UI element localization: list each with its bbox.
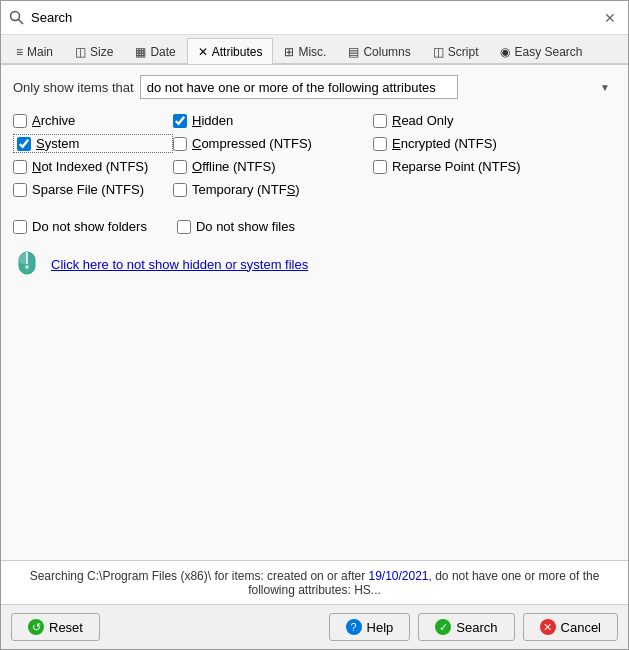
sparse-checkbox[interactable] bbox=[13, 183, 27, 197]
system-checkbox[interactable] bbox=[17, 137, 31, 151]
attributes-checkboxes: Archive Hidden Read Only System Compress… bbox=[13, 111, 616, 199]
checkbox-readonly[interactable]: Read Only bbox=[373, 111, 593, 130]
attributes-panel: Only show items that do not have one or … bbox=[1, 65, 628, 560]
checkbox-compressed[interactable]: Compressed (NTFS) bbox=[173, 134, 373, 153]
checkbox-no-folders[interactable]: Do not show folders bbox=[13, 217, 147, 236]
search-window: Search ✕ ≡ Main ◫ Size ▦ Date ✕ Attribut… bbox=[0, 0, 629, 650]
close-button[interactable]: ✕ bbox=[600, 8, 620, 28]
tab-script-label: Script bbox=[448, 45, 479, 59]
no-files-label: Do not show files bbox=[196, 219, 295, 234]
checkbox-archive[interactable]: Archive bbox=[13, 111, 173, 130]
cancel-button[interactable]: ✕ Cancel bbox=[523, 613, 618, 641]
status-text: Searching C:\Program Files (x86)\ for it… bbox=[11, 569, 618, 597]
checkbox-temporary[interactable]: Temporary (NTFS) bbox=[173, 180, 373, 199]
cancel-icon: ✕ bbox=[540, 619, 556, 635]
tab-main[interactable]: ≡ Main bbox=[5, 38, 64, 64]
tab-easy-search[interactable]: ◉ Easy Search bbox=[489, 38, 593, 64]
no-files-checkbox[interactable] bbox=[177, 220, 191, 234]
readonly-label: Read Only bbox=[392, 113, 453, 128]
sparse-label: Sparse File (NTFS) bbox=[32, 182, 144, 197]
help-button[interactable]: ? Help bbox=[329, 613, 411, 641]
svg-rect-4 bbox=[19, 252, 27, 264]
title-bar: Search ✕ bbox=[1, 1, 628, 35]
encrypted-label: Encrypted (NTFS) bbox=[392, 136, 497, 151]
checkbox-offline[interactable]: Offline (NTFS) bbox=[173, 157, 373, 176]
tab-misc-label: Misc. bbox=[298, 45, 326, 59]
tab-main-label: Main bbox=[27, 45, 53, 59]
checkbox-notindexed[interactable]: Not Indexed (NTFS) bbox=[13, 157, 173, 176]
search-icon bbox=[9, 10, 25, 26]
no-folders-label: Do not show folders bbox=[32, 219, 147, 234]
checkbox-system[interactable]: System bbox=[13, 134, 173, 153]
readonly-checkbox[interactable] bbox=[373, 114, 387, 128]
date-tab-icon: ▦ bbox=[135, 45, 146, 59]
status-bar: Searching C:\Program Files (x86)\ for it… bbox=[1, 560, 628, 604]
checkbox-hidden[interactable]: Hidden bbox=[173, 111, 373, 130]
reparse-label: Reparse Point (NTFS) bbox=[392, 159, 521, 174]
archive-label: Archive bbox=[32, 113, 75, 128]
reset-label: Reset bbox=[49, 620, 83, 635]
svg-line-1 bbox=[19, 19, 24, 24]
window-title: Search bbox=[31, 10, 72, 25]
reset-button[interactable]: ↺ Reset bbox=[11, 613, 100, 641]
system-label: System bbox=[36, 136, 79, 151]
temporary-label: Temporary (NTFS) bbox=[192, 182, 300, 197]
hidden-label: Hidden bbox=[192, 113, 233, 128]
tab-misc[interactable]: ⊞ Misc. bbox=[273, 38, 337, 64]
tab-size-label: Size bbox=[90, 45, 113, 59]
link-row: Click here to not show hidden or system … bbox=[13, 250, 616, 278]
search-btn-icon: ✓ bbox=[435, 619, 451, 635]
status-date: 19/10/2021 bbox=[368, 569, 428, 583]
hidden-checkbox[interactable] bbox=[173, 114, 187, 128]
bottom-bar: ↺ Reset ? Help ✓ Search ✕ Cancel bbox=[1, 604, 628, 649]
compressed-checkbox[interactable] bbox=[173, 137, 187, 151]
temporary-checkbox[interactable] bbox=[173, 183, 187, 197]
tab-columns[interactable]: ▤ Columns bbox=[337, 38, 421, 64]
misc-tab-icon: ⊞ bbox=[284, 45, 294, 59]
svg-point-0 bbox=[11, 11, 20, 20]
compressed-label: Compressed (NTFS) bbox=[192, 136, 312, 151]
tab-date-label: Date bbox=[150, 45, 175, 59]
main-tab-icon: ≡ bbox=[16, 45, 23, 59]
notindexed-checkbox[interactable] bbox=[13, 160, 27, 174]
tab-attributes[interactable]: ✕ Attributes bbox=[187, 38, 274, 64]
tab-date[interactable]: ▦ Date bbox=[124, 38, 186, 64]
archive-checkbox[interactable] bbox=[13, 114, 27, 128]
svg-point-5 bbox=[25, 265, 29, 269]
do-not-show-row: Do not show folders Do not show files bbox=[13, 213, 616, 236]
size-tab-icon: ◫ bbox=[75, 45, 86, 59]
reparse-checkbox[interactable] bbox=[373, 160, 387, 174]
tab-columns-label: Columns bbox=[363, 45, 410, 59]
help-icon: ? bbox=[346, 619, 362, 635]
tab-attributes-label: Attributes bbox=[212, 45, 263, 59]
offline-checkbox[interactable] bbox=[173, 160, 187, 174]
offline-label: Offline (NTFS) bbox=[192, 159, 276, 174]
encrypted-checkbox[interactable] bbox=[373, 137, 387, 151]
checkbox-reparse[interactable]: Reparse Point (NTFS) bbox=[373, 157, 593, 176]
checkbox-encrypted[interactable]: Encrypted (NTFS) bbox=[373, 134, 593, 153]
cancel-label: Cancel bbox=[561, 620, 601, 635]
tab-easy-search-label: Easy Search bbox=[514, 45, 582, 59]
script-tab-icon: ◫ bbox=[433, 45, 444, 59]
reset-icon: ↺ bbox=[28, 619, 44, 635]
title-bar-left: Search bbox=[9, 10, 72, 26]
no-folders-checkbox[interactable] bbox=[13, 220, 27, 234]
right-buttons: ? Help ✓ Search ✕ Cancel bbox=[329, 613, 618, 641]
search-button[interactable]: ✓ Search bbox=[418, 613, 514, 641]
checkbox-sparse[interactable]: Sparse File (NTFS) bbox=[13, 180, 173, 199]
tab-size[interactable]: ◫ Size bbox=[64, 38, 124, 64]
tab-bar: ≡ Main ◫ Size ▦ Date ✕ Attributes ⊞ Misc… bbox=[1, 35, 628, 65]
mouse-icon bbox=[13, 250, 41, 278]
easy-search-tab-icon: ◉ bbox=[500, 45, 510, 59]
filter-label: Only show items that bbox=[13, 80, 134, 95]
search-label: Search bbox=[456, 620, 497, 635]
filter-dropdown-wrapper: do not have one or more of the following… bbox=[140, 75, 616, 99]
attributes-tab-icon: ✕ bbox=[198, 45, 208, 59]
columns-tab-icon: ▤ bbox=[348, 45, 359, 59]
filter-dropdown[interactable]: do not have one or more of the following… bbox=[140, 75, 458, 99]
checkbox-no-files[interactable]: Do not show files bbox=[177, 217, 295, 236]
help-label: Help bbox=[367, 620, 394, 635]
hidden-system-link[interactable]: Click here to not show hidden or system … bbox=[51, 257, 308, 272]
tab-script[interactable]: ◫ Script bbox=[422, 38, 490, 64]
notindexed-label: Not Indexed (NTFS) bbox=[32, 159, 148, 174]
